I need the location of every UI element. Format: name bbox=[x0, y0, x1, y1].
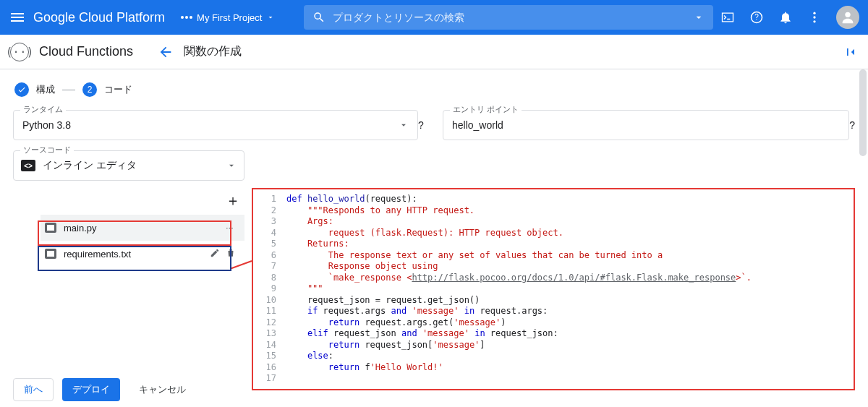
code-icon: <> bbox=[21, 160, 35, 171]
stepper: 構成 2 コード bbox=[0, 69, 868, 110]
runtime-label: ランタイム bbox=[20, 104, 66, 115]
runtime-help-icon[interactable]: ? bbox=[418, 119, 424, 131]
entrypoint-label: エントリ ポイント bbox=[450, 104, 522, 115]
svg-rect-6 bbox=[47, 225, 54, 231]
back-button[interactable]: 前へ bbox=[13, 378, 54, 401]
stepper-line bbox=[62, 90, 75, 90]
cloud-shell-icon[interactable] bbox=[720, 10, 735, 25]
caret-down-icon bbox=[226, 160, 237, 171]
search-box[interactable] bbox=[304, 5, 713, 30]
notifications-icon[interactable] bbox=[778, 10, 793, 25]
main-area: ＋ main.py ··· requirements.txt 123456789… bbox=[0, 181, 868, 390]
entrypoint-value: hello_world bbox=[452, 119, 840, 131]
svg-point-2 bbox=[813, 12, 815, 14]
chevron-down-icon[interactable] bbox=[693, 12, 705, 23]
file-item-main-py[interactable]: main.py ··· bbox=[41, 215, 244, 241]
source-row: ソースコード <> インライン エディタ bbox=[0, 140, 868, 181]
step2-label[interactable]: コード bbox=[104, 83, 132, 96]
service-name[interactable]: Cloud Functions bbox=[39, 44, 133, 59]
arrow-back-icon bbox=[158, 44, 174, 60]
file-list: main.py ··· requirements.txt bbox=[13, 215, 244, 267]
cloud-functions-logo-icon: (··) bbox=[10, 43, 29, 61]
file-item-requirements[interactable]: requirements.txt bbox=[41, 241, 244, 267]
file-name: main.py bbox=[64, 223, 97, 234]
step1-check-icon[interactable] bbox=[14, 82, 29, 97]
svg-text:?: ? bbox=[754, 13, 759, 21]
caret-down-icon bbox=[399, 120, 409, 130]
collapse-panel-button[interactable] bbox=[843, 45, 858, 59]
service-bar: (··) Cloud Functions 関数の作成 bbox=[0, 35, 868, 69]
svg-rect-7 bbox=[47, 251, 54, 257]
line-gutter: 1234567891011121314151617 bbox=[253, 189, 282, 389]
deploy-button[interactable]: デプロイ bbox=[62, 378, 120, 401]
runtime-select[interactable]: Python 3.8 bbox=[13, 110, 418, 140]
svg-point-3 bbox=[813, 16, 815, 18]
scrollbar[interactable] bbox=[859, 69, 867, 156]
form-row: ランタイム Python 3.8 ? エントリ ポイント hello_world… bbox=[0, 110, 868, 140]
project-picker[interactable]: My First Project bbox=[181, 12, 275, 23]
back-button[interactable] bbox=[158, 44, 174, 60]
svg-point-5 bbox=[845, 12, 850, 17]
search-input[interactable] bbox=[333, 12, 686, 23]
source-field: ソースコード <> インライン エディタ bbox=[13, 150, 244, 181]
file-sidebar: ＋ main.py ··· requirements.txt bbox=[13, 188, 244, 390]
menu-icon[interactable] bbox=[9, 9, 26, 26]
topbar: Google Cloud Platform My First Project ? bbox=[0, 0, 868, 35]
runtime-value: Python 3.8 bbox=[22, 119, 399, 131]
add-file-button[interactable]: ＋ bbox=[226, 191, 240, 210]
entrypoint-help-icon[interactable]: ? bbox=[849, 119, 855, 131]
delete-icon[interactable] bbox=[226, 248, 237, 260]
code-content[interactable]: def hello_world(request): """Responds to… bbox=[253, 189, 854, 389]
project-dots-icon bbox=[181, 16, 192, 19]
brand-name[interactable]: Google Cloud Platform bbox=[33, 10, 165, 25]
caret-down-icon bbox=[266, 13, 275, 22]
code-editor[interactable]: 1234567891011121314151617 def hello_worl… bbox=[252, 188, 855, 390]
runtime-field: ランタイム Python 3.8 bbox=[13, 110, 418, 140]
source-value: インライン エディタ bbox=[43, 159, 137, 172]
top-utility-icons: ? bbox=[720, 6, 859, 29]
help-icon[interactable]: ? bbox=[749, 10, 764, 25]
svg-point-4 bbox=[813, 20, 815, 22]
editor-highlight-box: 1234567891011121314151617 def hello_worl… bbox=[252, 188, 855, 390]
edit-icon[interactable] bbox=[210, 248, 221, 260]
file-icon bbox=[45, 223, 56, 233]
cancel-button[interactable]: キャンセル bbox=[129, 378, 196, 401]
search-icon bbox=[312, 11, 326, 24]
entrypoint-field: エントリ ポイント hello_world bbox=[443, 110, 849, 140]
file-icon bbox=[45, 249, 56, 259]
bottom-bar: 前へ デプロイ キャンセル bbox=[13, 378, 196, 401]
source-label: ソースコード bbox=[20, 145, 74, 155]
avatar[interactable] bbox=[836, 6, 859, 29]
step1-label[interactable]: 構成 bbox=[36, 83, 55, 96]
collapse-icon bbox=[843, 45, 858, 59]
project-name: My First Project bbox=[197, 12, 262, 23]
more-icon[interactable]: ··· bbox=[226, 222, 237, 234]
page-title: 関数の作成 bbox=[184, 44, 242, 59]
person-icon bbox=[840, 9, 856, 25]
step2-number[interactable]: 2 bbox=[82, 82, 97, 97]
more-vert-icon[interactable] bbox=[807, 10, 822, 25]
file-name: requirements.txt bbox=[64, 249, 131, 260]
